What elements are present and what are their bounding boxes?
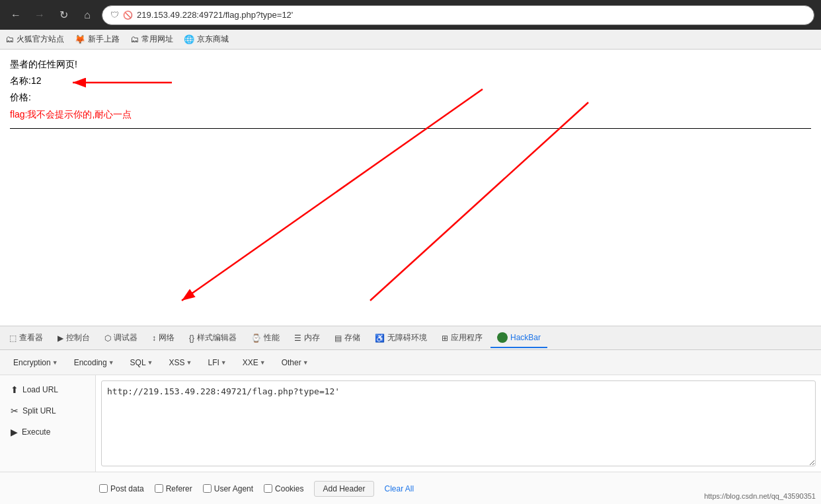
refresh-button[interactable]: ↻ bbox=[54, 6, 73, 24]
dropdown-arrow: ▼ bbox=[186, 359, 192, 366]
page-content: 墨者的任性网页! 名称:12 价格: flag:我不会提示你的,耐心一点 bbox=[0, 50, 821, 327]
user-agent-input[interactable] bbox=[203, 484, 212, 493]
dropdown-arrow: ▼ bbox=[303, 359, 309, 366]
style-icon: {} bbox=[189, 334, 194, 343]
page-line2: 名称:12 bbox=[10, 73, 811, 89]
xss-menu[interactable]: XSS ▼ bbox=[163, 356, 199, 369]
lock-icon: 🚫 bbox=[123, 11, 133, 20]
encryption-menu[interactable]: Encryption ▼ bbox=[7, 356, 65, 369]
tab-network[interactable]: ↕ 网络 bbox=[145, 328, 181, 347]
execute-button[interactable]: ▶ Execute bbox=[4, 423, 91, 441]
accessibility-icon: ♿ bbox=[375, 334, 385, 343]
bookmark-mozofficial[interactable]: 🗂 火狐官方站点 bbox=[5, 34, 64, 45]
post-data-checkbox[interactable]: Post data bbox=[99, 484, 144, 493]
dropdown-arrow: ▼ bbox=[108, 359, 114, 366]
tab-memory[interactable]: ☰ 内存 bbox=[288, 328, 327, 347]
hackbar-content: Encryption ▼ Encoding ▼ SQL ▼ XSS ▼ LFI … bbox=[0, 350, 821, 504]
tab-performance[interactable]: ⌚ 性能 bbox=[245, 328, 286, 347]
hackbar-left-panel: ⬆ Load URL ✂ Split URL ▶ Execute bbox=[0, 375, 96, 472]
user-agent-checkbox[interactable]: User Agent bbox=[203, 484, 253, 493]
dropdown-arrow: ▼ bbox=[260, 359, 266, 366]
other-menu[interactable]: Other ▼ bbox=[275, 356, 315, 369]
split-icon: ✂ bbox=[11, 406, 19, 416]
fox-icon: 🦊 bbox=[75, 34, 85, 44]
split-url-button[interactable]: ✂ Split URL bbox=[4, 402, 91, 420]
bookmark-label: 常用网址 bbox=[141, 34, 173, 45]
storage-icon: ▤ bbox=[334, 334, 342, 343]
back-button[interactable]: ← bbox=[7, 6, 25, 24]
tab-storage[interactable]: ▤ 存储 bbox=[328, 328, 367, 347]
bookmarks-bar: 🗂 火狐官方站点 🦊 新手上路 🗂 常用网址 🌐 京东商城 bbox=[0, 30, 821, 50]
cookies-input[interactable] bbox=[264, 484, 272, 493]
browser-chrome: ← → ↻ ⌂ 🛡 🚫 219.153.49.228:49721/flag.ph… bbox=[0, 0, 821, 30]
globe-icon: 🌐 bbox=[184, 34, 194, 44]
network-icon: ↕ bbox=[152, 334, 156, 343]
console-icon: ▶ bbox=[58, 334, 63, 343]
home-button[interactable]: ⌂ bbox=[78, 6, 97, 24]
hackbar-right-panel bbox=[96, 375, 821, 472]
post-data-input[interactable] bbox=[99, 484, 108, 493]
bookmark-common[interactable]: 🗂 常用网址 bbox=[130, 34, 173, 45]
tab-style-editor[interactable]: {} 样式编辑器 bbox=[182, 328, 243, 347]
bookmark-jd[interactable]: 🌐 京东商城 bbox=[184, 34, 229, 45]
devtools-panel: ⬚ 查看器 ▶ 控制台 ⬡ 调试器 ↕ 网络 {} 样式编辑器 ⌚ 性能 ☰ 内… bbox=[0, 326, 821, 504]
tab-application[interactable]: ⊞ 应用程序 bbox=[435, 328, 489, 347]
url-display: 219.153.49.228:49721/flag.php?type=12' bbox=[137, 10, 293, 20]
bookmark-label: 新手上路 bbox=[88, 34, 120, 45]
tab-accessibility[interactable]: ♿ 无障碍环境 bbox=[368, 328, 434, 347]
add-header-button[interactable]: Add Header bbox=[314, 481, 373, 497]
tab-hackbar[interactable]: HackBar bbox=[490, 328, 547, 348]
status-url: https://blog.csdn.net/qq_43590351 bbox=[704, 492, 816, 500]
dropdown-arrow: ▼ bbox=[221, 359, 227, 366]
svg-line-4 bbox=[370, 102, 588, 301]
forward-button[interactable]: → bbox=[30, 6, 49, 24]
sql-menu[interactable]: SQL ▼ bbox=[124, 356, 160, 369]
xxe-menu[interactable]: XXE ▼ bbox=[236, 356, 272, 369]
dropdown-arrow: ▼ bbox=[147, 359, 153, 366]
tab-inspector[interactable]: ⬚ 查看器 bbox=[3, 328, 50, 347]
lfi-menu[interactable]: LFI ▼ bbox=[201, 356, 233, 369]
tab-debugger[interactable]: ⬡ 调试器 bbox=[98, 328, 144, 347]
execute-icon: ▶ bbox=[11, 427, 18, 437]
tab-console[interactable]: ▶ 控制台 bbox=[51, 328, 97, 347]
load-icon: ⬆ bbox=[11, 384, 19, 395]
page-line1: 墨者的任性网页! bbox=[10, 56, 811, 73]
page-flag: flag:我不会提示你的,耐心一点 bbox=[10, 106, 811, 123]
page-text: 墨者的任性网页! 名称:12 价格: flag:我不会提示你的,耐心一点 bbox=[10, 56, 811, 123]
url-textarea[interactable] bbox=[101, 380, 816, 466]
page-line3: 价格: bbox=[10, 89, 811, 106]
bookmark-newuser[interactable]: 🦊 新手上路 bbox=[75, 34, 120, 45]
address-bar[interactable]: 🛡 🚫 219.153.49.228:49721/flag.php?type=1… bbox=[102, 5, 814, 25]
encoding-menu[interactable]: Encoding ▼ bbox=[67, 356, 121, 369]
shield-icon: 🛡 bbox=[110, 10, 119, 20]
hackbar-bottom: Post data Referer User Agent Cookies Add… bbox=[0, 472, 821, 504]
load-url-button[interactable]: ⬆ Load URL bbox=[4, 380, 91, 399]
referer-checkbox[interactable]: Referer bbox=[155, 484, 192, 493]
hackbar-main: ⬆ Load URL ✂ Split URL ▶ Execute bbox=[0, 375, 821, 472]
folder-icon: 🗂 bbox=[130, 34, 139, 44]
devtools-tabs: ⬚ 查看器 ▶ 控制台 ⬡ 调试器 ↕ 网络 {} 样式编辑器 ⌚ 性能 ☰ 内… bbox=[0, 326, 821, 350]
clear-all-button[interactable]: Clear All bbox=[385, 484, 414, 493]
hackbar-dot-icon bbox=[497, 332, 508, 343]
inspector-icon: ⬚ bbox=[9, 334, 17, 343]
bookmark-label: 火狐官方站点 bbox=[17, 34, 64, 45]
memory-icon: ☰ bbox=[294, 334, 301, 343]
dropdown-arrow: ▼ bbox=[52, 359, 58, 366]
performance-icon: ⌚ bbox=[251, 334, 261, 343]
folder-icon: 🗂 bbox=[5, 34, 14, 44]
cookies-checkbox[interactable]: Cookies bbox=[264, 484, 303, 493]
application-icon: ⊞ bbox=[442, 334, 448, 343]
hackbar-menu: Encryption ▼ Encoding ▼ SQL ▼ XSS ▼ LFI … bbox=[0, 350, 821, 375]
bookmark-label: 京东商城 bbox=[197, 34, 229, 45]
referer-input[interactable] bbox=[155, 484, 163, 493]
status-bar: https://blog.csdn.net/qq_43590351 bbox=[699, 491, 821, 504]
debugger-icon: ⬡ bbox=[104, 334, 111, 343]
page-divider bbox=[10, 128, 811, 129]
